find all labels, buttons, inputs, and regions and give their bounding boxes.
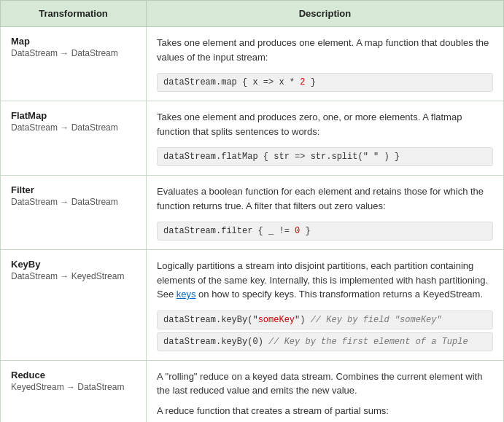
code-span: dataStream.keyBy(": [163, 315, 258, 325]
transform-name: KeyBy: [11, 259, 136, 270]
table-row: ReduceKeyedStream → DataStreamA "rolling…: [1, 360, 504, 422]
code-span: // Key by field "someKey": [311, 315, 442, 325]
code-block: dataStream.filter { _ != 0 }: [157, 222, 493, 241]
transform-name: Filter: [11, 184, 136, 195]
code-span: someKey: [258, 315, 295, 325]
description-cell: Takes one element and produces zero, one…: [147, 101, 504, 176]
transform-type: DataStream → KeyedStream: [11, 271, 136, 281]
code-block: dataStream.keyBy("someKey") // Key by fi…: [157, 310, 493, 329]
description-cell: Logically partitions a stream into disjo…: [147, 250, 504, 361]
transform-cell: KeyByDataStream → KeyedStream: [1, 250, 147, 361]
description-cell: Takes one element and produces one eleme…: [147, 27, 504, 101]
code-span: 0: [252, 337, 257, 347]
transform-cell: ReduceKeyedStream → DataStream: [1, 360, 147, 422]
description-text: Evaluates a boolean function for each el…: [157, 184, 493, 213]
transformations-table: Transformation Description MapDataStream…: [0, 0, 504, 422]
keys-link[interactable]: keys: [177, 289, 196, 300]
transform-name: Reduce: [11, 370, 136, 380]
description-text: A "rolling" reduce on a keyed data strea…: [157, 370, 493, 398]
code-span: // Key by the first element of a Tuple: [268, 337, 468, 347]
transform-cell: MapDataStream → DataStream: [1, 27, 147, 101]
description-text-2: A reduce function that creates a stream …: [157, 404, 493, 418]
header-description: Description: [147, 1, 504, 27]
code-block: dataStream.keyBy(0) // Key by the first …: [157, 332, 493, 351]
header-transformation: Transformation: [1, 1, 147, 27]
code-span: }: [300, 226, 310, 236]
code-block: dataStream.flatMap { str => str.split(" …: [157, 147, 493, 166]
code-span: }: [305, 77, 315, 87]
table-row: FlatMapDataStream → DataStreamTakes one …: [1, 101, 504, 176]
description-text: Takes one element and produces one eleme…: [157, 36, 493, 64]
description-cell: A "rolling" reduce on a keyed data strea…: [147, 360, 504, 422]
table-row: FilterDataStream → DataStreamEvaluates a…: [1, 176, 504, 250]
code-span: "): [295, 315, 311, 325]
transform-type: KeyedStream → DataStream: [11, 382, 136, 392]
transform-type: DataStream → DataStream: [11, 122, 136, 133]
transform-type: DataStream → DataStream: [11, 197, 136, 207]
code-span: [368, 152, 373, 162]
transform-name: Map: [11, 36, 136, 47]
description-text: Takes one element and produces zero, one…: [157, 110, 493, 138]
code-span: dataStream.keyBy(: [163, 337, 252, 347]
code-span: dataStream.map { x => x *: [163, 77, 300, 87]
transform-cell: FlatMapDataStream → DataStream: [1, 101, 147, 176]
table-row: MapDataStream → DataStreamTakes one elem…: [1, 27, 504, 101]
transform-type: DataStream → DataStream: [11, 48, 136, 58]
description-cell: Evaluates a boolean function for each el…: [147, 176, 504, 250]
code-span: " ) }: [373, 152, 400, 162]
code-span: dataStream.filter { _ !=: [163, 226, 295, 236]
code-span: dataStream.flatMap { str => str.split(": [163, 152, 368, 162]
code-span: ): [258, 337, 268, 347]
description-text: Logically partitions a stream into disjo…: [157, 259, 493, 302]
transform-cell: FilterDataStream → DataStream: [1, 176, 147, 250]
table-row: KeyByDataStream → KeyedStreamLogically p…: [1, 250, 504, 361]
code-block: dataStream.map { x => x * 2 }: [157, 73, 493, 92]
transform-name: FlatMap: [11, 110, 136, 121]
